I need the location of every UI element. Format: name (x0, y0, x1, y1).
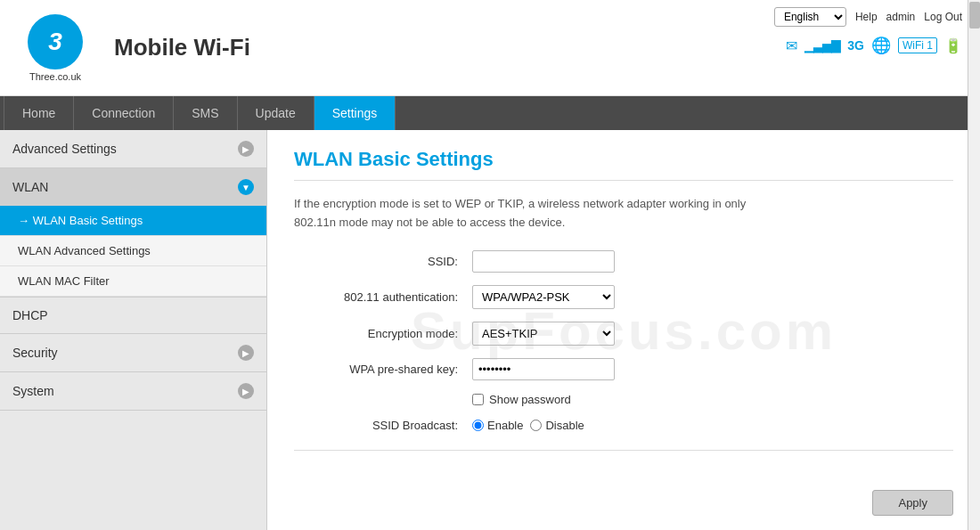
sidebar-item-wlan-basic[interactable]: WLAN Basic Settings (0, 206, 266, 236)
logo-icon: 3 (28, 14, 83, 69)
sidebar-label-advanced: Advanced Settings (12, 142, 117, 156)
app-title: Mobile Wi-Fi (114, 34, 250, 61)
nav-item-update[interactable]: Update (238, 96, 314, 130)
sidebar: Advanced Settings ▶ WLAN ▼ WLAN Basic Se… (0, 130, 267, 530)
show-password-label[interactable]: Show password (489, 393, 571, 406)
sidebar-header-system[interactable]: System ▶ (0, 372, 266, 410)
logout-link[interactable]: Log Out (924, 11, 962, 23)
help-link[interactable]: Help (855, 11, 878, 23)
mail-icon: ✉ (786, 37, 797, 54)
globe-icon: 🌐 (871, 36, 891, 55)
sidebar-label-security: Security (12, 346, 58, 360)
scrollbar-thumb[interactable] (969, 2, 980, 29)
show-password-row: Show password (472, 393, 953, 406)
radio-enable-label[interactable]: Enable (487, 419, 523, 432)
ssid-row: SSID: (294, 250, 953, 273)
sidebar-section-system: System ▶ (0, 372, 266, 411)
sidebar-arrow-advanced: ▶ (238, 141, 254, 157)
ssid-label: SSID: (294, 255, 472, 268)
radio-enable: Enable (472, 419, 523, 432)
show-password-checkbox[interactable] (472, 394, 484, 405)
battery-icon: 🔋 (944, 37, 962, 54)
encryption-label: Encryption mode: (294, 327, 472, 340)
encryption-row: Encryption mode: AES+TKIP AES TKIP (294, 322, 953, 346)
sidebar-label-wlan: WLAN (12, 180, 48, 194)
header-right: English Français Deutsch Help admin Log … (774, 0, 962, 55)
sidebar-arrow-wlan: ▼ (238, 179, 254, 195)
wpa-label: WPA pre-shared key: (294, 363, 472, 376)
nav-item-sms[interactable]: SMS (174, 96, 237, 130)
wpa-row: WPA pre-shared key: (294, 358, 953, 380)
encryption-select[interactable]: AES+TKIP AES TKIP (472, 322, 615, 346)
sidebar-arrow-system: ▶ (238, 383, 254, 399)
ssid-input[interactable] (472, 250, 615, 273)
wpa-input[interactable] (472, 358, 615, 380)
auth-label: 802.11 authentication: (294, 290, 472, 304)
main-nav: Home Connection SMS Update Settings (0, 96, 980, 130)
status-icons: ✉ ▁▃▅▇ 3G 🌐 WiFi 1 🔋 (786, 36, 962, 55)
nav-item-settings[interactable]: Settings (314, 96, 396, 130)
sidebar-item-wlan-advanced[interactable]: WLAN Advanced Settings (0, 236, 266, 266)
apply-button[interactable]: Apply (872, 490, 953, 516)
sidebar-section-security: Security ▶ (0, 334, 266, 372)
bottom-divider (294, 450, 953, 451)
radio-enable-input[interactable] (472, 420, 484, 431)
sidebar-section-dhcp: DHCP (0, 298, 266, 334)
sidebar-arrow-security: ▶ (238, 345, 254, 361)
sidebar-section-wlan: WLAN ▼ WLAN Basic Settings WLAN Advanced… (0, 168, 266, 298)
ssid-broadcast-label: SSID Broadcast: (294, 419, 472, 432)
header: 3 Three.co.uk Mobile Wi-Fi English Franç… (0, 0, 980, 96)
apply-row: Apply (872, 490, 953, 516)
radio-disable-input[interactable] (530, 420, 542, 431)
logo-subtext: Three.co.uk (29, 71, 81, 82)
content-area: SupFocus.com WLAN Basic Settings If the … (267, 130, 980, 530)
lang-row: English Français Deutsch Help admin Log … (774, 7, 962, 27)
ssid-broadcast-row: SSID Broadcast: Enable Disable (294, 419, 953, 432)
nav-item-connection[interactable]: Connection (74, 96, 174, 130)
warning-text: If the encryption mode is set to WEP or … (294, 195, 953, 232)
sidebar-label-dhcp: DHCP (12, 308, 48, 322)
sidebar-section-advanced: Advanced Settings ▶ (0, 130, 266, 168)
signal-icon: ▁▃▅▇ (804, 38, 840, 53)
ssid-broadcast-radio-group: Enable Disable (472, 419, 584, 432)
sidebar-header-dhcp[interactable]: DHCP (0, 298, 266, 333)
nav-item-home[interactable]: Home (4, 96, 74, 130)
sidebar-item-wlan-mac[interactable]: WLAN MAC Filter (0, 266, 266, 297)
sidebar-header-wlan[interactable]: WLAN ▼ (0, 168, 266, 206)
warning-line1: If the encryption mode is set to WEP or … (294, 197, 746, 210)
network-type-label: 3G (847, 38, 864, 53)
header-links: Help admin Log Out (855, 11, 962, 23)
sidebar-label-system: System (12, 384, 54, 398)
language-select[interactable]: English Français Deutsch (774, 7, 846, 27)
sidebar-header-advanced[interactable]: Advanced Settings ▶ (0, 130, 266, 167)
radio-disable-label[interactable]: Disable (545, 419, 584, 432)
warning-line2: 802.11n mode may not be able to access t… (294, 216, 565, 229)
wifi-icon: WiFi 1 (898, 37, 937, 53)
sidebar-header-security[interactable]: Security ▶ (0, 334, 266, 371)
sidebar-sub-wlan: WLAN Basic Settings WLAN Advanced Settin… (0, 206, 266, 297)
auth-select[interactable]: WPA/WPA2-PSK WEP WPA-PSK WPA2-PSK None (472, 285, 615, 309)
main-layout: Advanced Settings ▶ WLAN ▼ WLAN Basic Se… (0, 130, 980, 530)
logo-area: 3 Three.co.uk (11, 14, 100, 82)
radio-disable: Disable (530, 419, 584, 432)
page-title: WLAN Basic Settings (294, 148, 953, 181)
scrollbar[interactable] (968, 0, 980, 530)
admin-label: admin (886, 11, 916, 23)
auth-row: 802.11 authentication: WPA/WPA2-PSK WEP … (294, 285, 953, 309)
